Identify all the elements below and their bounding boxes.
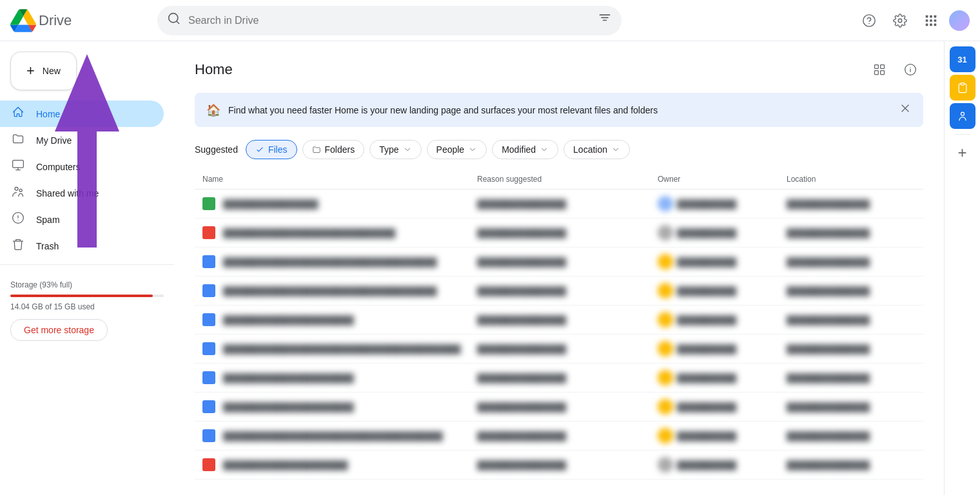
sidebar-item-shared[interactable]: Shared with me	[0, 180, 164, 206]
table-row[interactable]: ██████████████████████ ███████████████ █…	[195, 393, 923, 422]
app-title: Drive	[39, 12, 72, 29]
sidebar-divider	[0, 264, 174, 265]
svg-point-1	[869, 23, 870, 24]
page-title: Home	[195, 61, 233, 78]
table-row[interactable]: ██████████████████████ ███████████████ █…	[195, 364, 923, 393]
storage-bar-background	[10, 295, 164, 297]
svg-rect-12	[13, 160, 24, 168]
sidebar-item-trash[interactable]: Trash	[0, 233, 164, 259]
banner-strong-text: Find what you need faster	[228, 105, 332, 115]
spam-icon	[10, 211, 26, 228]
svg-rect-5	[926, 19, 928, 22]
info-button[interactable]	[897, 57, 923, 82]
svg-point-14	[19, 189, 22, 191]
filter-location-label: Location	[573, 144, 607, 155]
contacts-button[interactable]	[950, 103, 975, 129]
storage-bar-fill	[10, 295, 153, 297]
sidebar-shared-label: Shared with me	[36, 188, 99, 199]
svg-rect-9	[930, 23, 932, 26]
my-drive-icon	[10, 132, 26, 148]
banner-close-button[interactable]	[899, 102, 912, 118]
content-area: Home 🏠 Find what you need faster Home is…	[174, 41, 944, 495]
drive-logo-icon	[10, 8, 36, 34]
sidebar-item-computers[interactable]: Computers	[0, 153, 164, 180]
table-row[interactable]: █████████████████████ ███████████████ ██…	[195, 451, 923, 480]
storage-label: Storage (93% full)	[10, 280, 164, 289]
search-filter-icon[interactable]	[598, 12, 611, 28]
svg-rect-3	[930, 15, 932, 17]
filter-folders-label: Folders	[325, 144, 355, 155]
add-app-button[interactable]: +	[950, 140, 975, 166]
table-row[interactable]: █████████████████████████████ ██████████…	[195, 218, 923, 248]
trash-icon	[10, 238, 26, 254]
table-row[interactable]: ████████████████ ███████████████ ███████…	[195, 189, 923, 218]
svg-rect-7	[934, 19, 937, 22]
banner-detail-text: Home is your new landing page and surfac…	[335, 105, 658, 115]
svg-rect-6	[930, 19, 932, 22]
search-icon	[168, 12, 181, 28]
filter-type-label: Type	[379, 144, 398, 155]
apps-button[interactable]	[918, 8, 944, 34]
home-icon	[10, 106, 26, 122]
grid-view-button[interactable]	[867, 57, 892, 82]
sidebar-home-label: Home	[36, 109, 60, 119]
topbar-right	[856, 8, 970, 34]
col-name: Name	[202, 175, 477, 184]
svg-point-13	[15, 187, 18, 190]
right-sidebar-divider	[955, 134, 970, 135]
svg-point-22	[961, 112, 964, 115]
new-button-label: New	[43, 66, 61, 76]
tasks-button[interactable]	[950, 75, 975, 101]
storage-section: Storage (93% full) 14.04 GB of 15 GB use…	[0, 270, 174, 346]
help-button[interactable]	[856, 8, 882, 34]
tasks-icon	[956, 81, 969, 94]
svg-rect-18	[875, 71, 879, 75]
filter-people-button[interactable]: People	[427, 140, 487, 159]
search-bar[interactable]	[157, 6, 622, 35]
logo-area: Drive	[10, 8, 152, 34]
plus-icon: +	[957, 144, 966, 162]
new-button[interactable]: + New	[10, 52, 77, 90]
calendar-button[interactable]: 31	[950, 46, 975, 72]
filter-people-label: People	[436, 144, 465, 155]
storage-detail: 14.04 GB of 15 GB used	[10, 302, 164, 311]
search-input[interactable]	[188, 15, 591, 26]
banner-text: Find what you need faster Home is your n…	[228, 105, 891, 115]
banner: 🏠 Find what you need faster Home is your…	[195, 93, 923, 127]
content-header: Home	[195, 57, 923, 82]
right-sidebar: 31 +	[944, 41, 980, 495]
filter-folders-button[interactable]: Folders	[302, 140, 365, 159]
table-row[interactable]: ████████████████████████████████████ ███…	[195, 248, 923, 277]
suggested-label: Suggested	[195, 144, 238, 155]
svg-rect-21	[961, 83, 964, 85]
avatar[interactable]	[949, 10, 970, 31]
filter-type-button[interactable]: Type	[369, 140, 421, 159]
sidebar-item-my-drive[interactable]: My Drive	[0, 127, 164, 153]
table-row[interactable]: ████████████████████████████████████████…	[195, 335, 923, 364]
computers-icon	[10, 159, 26, 175]
sidebar-item-home[interactable]: Home	[0, 101, 164, 127]
filter-modified-label: Modified	[502, 144, 536, 155]
svg-rect-19	[881, 71, 885, 75]
filter-modified-button[interactable]: Modified	[492, 140, 558, 159]
table-body: ████████████████ ███████████████ ███████…	[195, 189, 923, 480]
get-more-storage-button[interactable]: Get more storage	[10, 319, 108, 341]
contacts-icon	[956, 110, 969, 122]
sidebar-computers-label: Computers	[36, 162, 80, 172]
filter-files-label: Files	[268, 144, 288, 155]
filter-location-button[interactable]: Location	[564, 140, 630, 159]
sidebar-item-spam[interactable]: Spam	[0, 206, 164, 233]
table-row[interactable]: ████████████████████████████████████ ███…	[195, 277, 923, 306]
table-row[interactable]: █████████████████████████████████████ ██…	[195, 422, 923, 451]
svg-rect-8	[926, 23, 928, 26]
svg-point-0	[863, 14, 875, 26]
svg-rect-2	[926, 15, 928, 17]
header-icons	[867, 57, 923, 82]
settings-button[interactable]	[887, 8, 913, 34]
banner-home-icon: 🏠	[206, 103, 220, 117]
col-owner: Owner	[658, 175, 787, 184]
filter-files-button[interactable]: Files	[246, 140, 297, 159]
main-layout: + New Home My Drive Computers Shar	[0, 41, 980, 495]
svg-rect-16	[875, 65, 879, 69]
table-row[interactable]: ██████████████████████ ███████████████ █…	[195, 306, 923, 335]
